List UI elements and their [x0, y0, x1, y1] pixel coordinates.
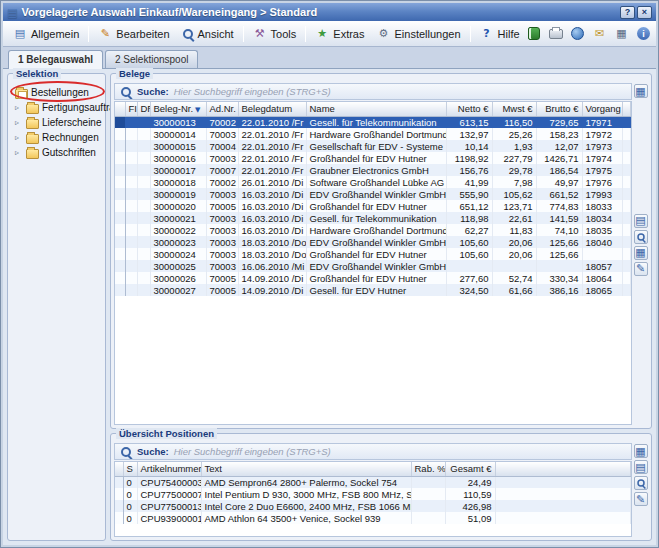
- sidebar-item-gutschriften[interactable]: ▹Gutschriften: [11, 145, 102, 160]
- column-header-netto[interactable]: Netto €: [446, 102, 492, 116]
- sidebar-item-lieferscheine[interactable]: ▹Lieferscheine: [11, 115, 102, 130]
- edit-button[interactable]: ✎: [634, 492, 648, 506]
- table-row[interactable]: 300000197000316.03.2010 /DiEDV Großhande…: [115, 188, 631, 200]
- table-row[interactable]: 300000277000514.09.2010 /DiGesell. für E…: [115, 284, 631, 296]
- cell: Intel Core 2 Duo E6600, 2400 MHz, FSB 10…: [201, 500, 411, 512]
- calculator-button[interactable]: ▦: [614, 26, 630, 41]
- mail-button[interactable]: ✉: [592, 26, 608, 41]
- table-row[interactable]: 300000177000722.01.2010 /FrGraubner Elec…: [115, 164, 631, 176]
- cell: 14.09.2010 /Di: [238, 284, 306, 296]
- globe-button[interactable]: [570, 26, 586, 41]
- cell: 227,79: [492, 152, 536, 164]
- edit-button[interactable]: ✎: [634, 262, 648, 276]
- table-row[interactable]: 300000247000318.03.2010 /DoGroßhandel fü…: [115, 248, 631, 260]
- cell: 30000014: [150, 128, 206, 140]
- column-header-dr[interactable]: DR: [137, 102, 150, 116]
- row-indicator: [115, 164, 125, 176]
- info-button[interactable]: i: [636, 26, 652, 41]
- table-row[interactable]: 300000137000222.01.2010 /FrGesell. für T…: [115, 116, 631, 128]
- search-icon: [636, 479, 645, 488]
- cell: Gesell. für EDV Hutner: [306, 284, 446, 296]
- cell: [137, 272, 150, 284]
- belege-search-bar[interactable]: Suche: Hier Suchbegriff eingeben (STRG+S…: [114, 83, 632, 100]
- row-indicator: [115, 188, 125, 200]
- menu-item-bearbeiten[interactable]: ✎Bearbeiten: [92, 25, 175, 43]
- cell: [137, 200, 150, 212]
- table-row[interactable]: 300000207000516.03.2010 /DiGroßhandel fü…: [115, 200, 631, 212]
- cell: 10,14: [446, 140, 492, 152]
- list-button[interactable]: ▤: [634, 214, 648, 228]
- table-row[interactable]: 0CPU77500013Intel Core 2 Duo E6600, 2400…: [115, 500, 631, 512]
- cell: 16.03.2010 /Di: [238, 200, 306, 212]
- tab-2-selektionspool[interactable]: 2 Selektionspool: [105, 50, 198, 68]
- table-row[interactable]: 300000237000318.03.2010 /DoEDV Großhande…: [115, 236, 631, 248]
- grid-button[interactable]: ▦: [634, 444, 648, 458]
- table-row[interactable]: 300000167000322.01.2010 /FrGroßhandel fü…: [115, 152, 631, 164]
- column-header-fi[interactable]: FI: [125, 102, 137, 116]
- table-row[interactable]: 0CPU75400003AMD Sempron64 2800+ Palermo,…: [115, 476, 631, 488]
- printer-button[interactable]: [548, 26, 564, 41]
- table-row[interactable]: 0CPU93900001AMD Athlon 64 3500+ Venice, …: [115, 512, 631, 524]
- table-row[interactable]: 300000157000422.01.2010 /FrGesellschaft …: [115, 140, 631, 152]
- column-header-artikelnummer[interactable]: Artikelnummer: [137, 462, 201, 476]
- sidebar-item-fertigungsauftr-ge[interactable]: ▹Fertigungsaufträge: [11, 100, 102, 115]
- menu-item-extras[interactable]: ★Extras: [309, 25, 370, 43]
- table-row[interactable]: 300000187000226.01.2010 /DiSoftware Groß…: [115, 176, 631, 188]
- column-header-mwst[interactable]: Mwst €: [492, 102, 536, 116]
- column-header-vorgang[interactable]: Vorgang: [582, 102, 622, 116]
- book-button[interactable]: [526, 26, 542, 41]
- table-row[interactable]: 300000267000514.09.2010 /DiGroßhandel fü…: [115, 272, 631, 284]
- column-header-name[interactable]: Name: [306, 102, 446, 116]
- close-button[interactable]: ×: [637, 6, 652, 19]
- cell: CPU77500007: [137, 488, 201, 500]
- titlebar[interactable]: ▤ Vorgelagerte Auswahl Einkauf/Wareneing…: [3, 3, 656, 21]
- cell-filler: [495, 488, 631, 500]
- grid-button[interactable]: ▦: [634, 84, 648, 98]
- column-header-text[interactable]: Text: [201, 462, 411, 476]
- cell: 16.06.2010 /Mi: [238, 260, 306, 272]
- menu-item-allgemein[interactable]: ▤Allgemein: [7, 25, 85, 43]
- column-header-brutto[interactable]: Brutto €: [536, 102, 582, 116]
- expand-arrow-icon: ▹: [15, 104, 23, 112]
- cell: 70005: [206, 272, 238, 284]
- menu-item-ansicht[interactable]: Ansicht: [176, 25, 240, 43]
- column-header-belegdatum[interactable]: Belegdatum: [238, 102, 306, 116]
- cell: 30000020: [150, 200, 206, 212]
- list-button[interactable]: ▤: [634, 460, 648, 474]
- column-header-rab[interactable]: Rab. %: [411, 462, 445, 476]
- cell: 7,98: [492, 176, 536, 188]
- cell: [411, 512, 445, 524]
- column-header-s[interactable]: S: [123, 462, 137, 476]
- column-header-ad-nr[interactable]: Ad.Nr.: [206, 102, 238, 116]
- menu-separator: [305, 26, 306, 42]
- menu-item-hilfe[interactable]: ?Hilfe: [474, 25, 526, 43]
- sidebar-item-rechnungen[interactable]: ▹Rechnungen: [11, 130, 102, 145]
- table-row[interactable]: 300000257000316.06.2010 /MiEDV Großhande…: [115, 260, 631, 272]
- cell-filler: [622, 200, 631, 212]
- sidebar-item-bestellungen[interactable]: Bestellungen: [11, 85, 102, 100]
- menubar-right-toolbar: ✉▦i: [526, 26, 659, 41]
- table-row[interactable]: 300000147000322.01.2010 /FrHardware Groß…: [115, 128, 631, 140]
- grid-button[interactable]: ▦: [634, 246, 648, 260]
- column-header-gesamt[interactable]: Gesamt €: [445, 462, 495, 476]
- row-indicator: [115, 128, 125, 140]
- search-button[interactable]: [634, 230, 648, 244]
- tab-1-belegauswahl[interactable]: 1 Belegauswahl: [8, 50, 103, 69]
- column-header-beleg-nr[interactable]: Beleg-Nr.▼: [150, 102, 206, 116]
- table-row[interactable]: 300000217000316.03.2010 /DiGesell. für T…: [115, 212, 631, 224]
- table-row[interactable]: 300000227000316.03.2010 /DiHardware Groß…: [115, 224, 631, 236]
- cell: Großhandel für EDV Hutner: [306, 272, 446, 284]
- menu-separator: [88, 26, 89, 42]
- cell-filler: [495, 476, 631, 488]
- table-row[interactable]: 0CPU77500007Intel Pentium D 930, 3000 MH…: [115, 488, 631, 500]
- cell: 30000024: [150, 248, 206, 260]
- search-button[interactable]: [634, 476, 648, 490]
- cell: 22.01.2010 /Fr: [238, 164, 306, 176]
- positionen-search-bar[interactable]: Suche: Hier Suchbegriff eingeben (STRG+S…: [114, 443, 632, 460]
- cell: 52,74: [492, 272, 536, 284]
- menu-item-tools[interactable]: ⚒Tools: [247, 25, 303, 43]
- cell: 70003: [206, 152, 238, 164]
- cell: [582, 248, 622, 260]
- help-button[interactable]: ?: [620, 6, 635, 19]
- menu-item-einstellungen[interactable]: ⚙Einstellungen: [370, 25, 466, 43]
